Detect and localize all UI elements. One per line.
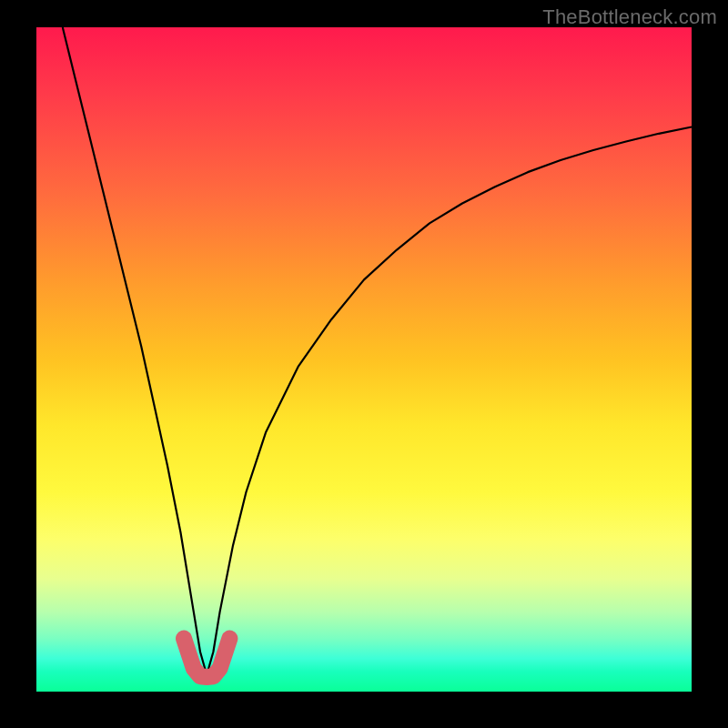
optimum-marker xyxy=(184,639,229,677)
watermark-label: TheBottleneck.com xyxy=(542,5,717,29)
curve-svg xyxy=(36,27,692,692)
bottleneck-curve xyxy=(63,27,692,675)
chart-frame: TheBottleneck.com xyxy=(0,0,728,728)
plot-area xyxy=(36,27,692,692)
